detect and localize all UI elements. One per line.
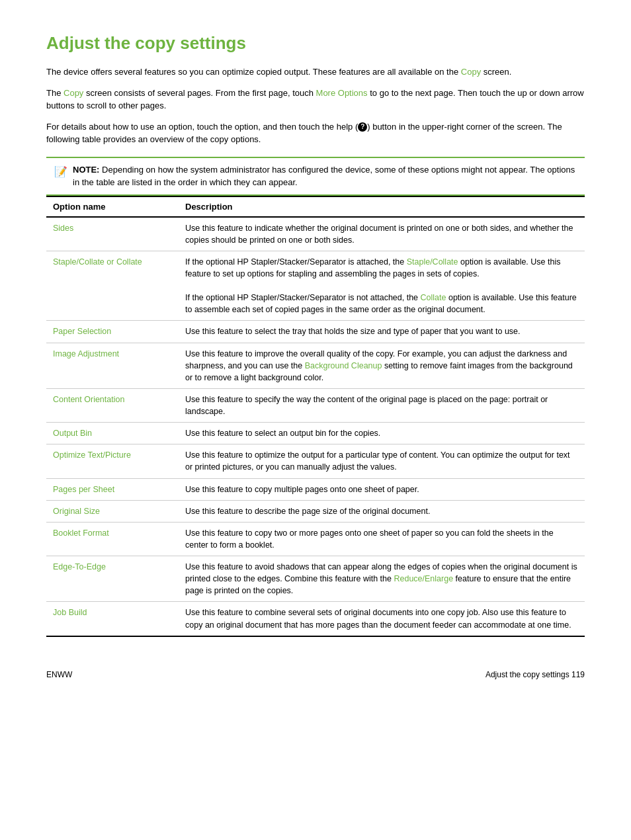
para1-text: The device offers several features so yo… — [46, 67, 461, 77]
para2-start: The — [46, 88, 63, 98]
col-header-option: Option name — [46, 196, 179, 217]
option-name-cell: Image Adjustment — [46, 343, 179, 388]
inline-link[interactable]: Background Cleanup — [305, 361, 382, 370]
option-name-cell: Content Orientation — [46, 388, 179, 422]
option-name-cell: Edge-To-Edge — [46, 556, 179, 602]
description-cell: Use this feature to select the tray that… — [179, 321, 585, 343]
table-row: Edge-To-EdgeUse this feature to avoid sh… — [46, 556, 585, 602]
option-name-cell: Paper Selection — [46, 321, 179, 343]
para1-end: screen. — [481, 67, 511, 77]
para2: The Copy screen consists of several page… — [46, 87, 585, 112]
inline-link[interactable]: Collate — [421, 293, 446, 302]
option-name-cell: Original Size — [46, 500, 179, 522]
table-row: Booklet FormatUse this feature to copy t… — [46, 522, 585, 556]
note-box: 📝 NOTE: Depending on how the system admi… — [46, 157, 585, 196]
description-cell: Use this feature to copy two or more pag… — [179, 522, 585, 556]
option-name-cell: Pages per Sheet — [46, 478, 179, 500]
option-name-cell: Staple/Collate or Collate — [46, 251, 179, 321]
description-cell: Use this feature to improve the overall … — [179, 343, 585, 388]
footer: ENWW Adjust the copy settings 119 — [46, 670, 585, 679]
footer-right: Adjust the copy settings 119 — [485, 670, 585, 679]
para3: For details about how to use an option, … — [46, 120, 585, 146]
copy-link-1[interactable]: Copy — [461, 67, 481, 77]
note-content: NOTE: Depending on how the system admini… — [73, 163, 577, 189]
table-header-row: Option name Description — [46, 196, 585, 217]
option-name-cell: Sides — [46, 217, 179, 251]
description-cell: Use this feature to optimize the output … — [179, 444, 585, 478]
table-row: Output BinUse this feature to select an … — [46, 423, 585, 444]
note-body: Depending on how the system administrato… — [73, 165, 575, 188]
note-icon: 📝 — [54, 164, 67, 180]
table-row: Content OrientationUse this feature to s… — [46, 388, 585, 422]
para1: The device offers several features so yo… — [46, 65, 585, 79]
table-row: Optimize Text/PictureUse this feature to… — [46, 444, 585, 478]
page-title: Adjust the copy settings — [46, 33, 585, 54]
table-row: Paper SelectionUse this feature to selec… — [46, 321, 585, 343]
options-table: Option name Description SidesUse this fe… — [46, 196, 585, 637]
option-name-cell: Optimize Text/Picture — [46, 444, 179, 478]
table-row: Image AdjustmentUse this feature to impr… — [46, 343, 585, 388]
table-row: SidesUse this feature to indicate whethe… — [46, 217, 585, 251]
option-name-cell: Booklet Format — [46, 522, 179, 556]
para3-start: For details about how to use an option, … — [46, 122, 358, 132]
para2-mid: screen consists of several pages. From t… — [83, 88, 316, 98]
col-header-description: Description — [179, 196, 585, 217]
footer-left: ENWW — [46, 670, 72, 679]
description-cell: If the optional HP Stapler/Stacker/Separ… — [179, 251, 585, 321]
inline-link[interactable]: Reduce/Enlarge — [394, 574, 453, 583]
table-row: Job BuildUse this feature to combine sev… — [46, 602, 585, 636]
table-row: Pages per SheetUse this feature to copy … — [46, 478, 585, 500]
more-options-link[interactable]: More Options — [316, 88, 368, 98]
description-cell: Use this feature to indicate whether the… — [179, 217, 585, 251]
copy-link-2[interactable]: Copy — [63, 88, 83, 98]
description-cell: Use this feature to combine several sets… — [179, 602, 585, 636]
note-label: NOTE: — [73, 165, 99, 175]
table-row: Staple/Collate or CollateIf the optional… — [46, 251, 585, 321]
table-row: Original SizeUse this feature to describ… — [46, 500, 585, 522]
help-icon: ? — [358, 122, 367, 132]
description-cell: Use this feature to avoid shadows that c… — [179, 556, 585, 602]
description-cell: Use this feature to specify the way the … — [179, 388, 585, 422]
option-name-cell: Job Build — [46, 602, 179, 636]
option-name-cell: Output Bin — [46, 423, 179, 444]
inline-link[interactable]: Staple/Collate — [407, 257, 458, 267]
description-cell: Use this feature to copy multiple pages … — [179, 478, 585, 500]
description-cell: Use this feature to describe the page si… — [179, 500, 585, 522]
description-cell: Use this feature to select an output bin… — [179, 423, 585, 444]
